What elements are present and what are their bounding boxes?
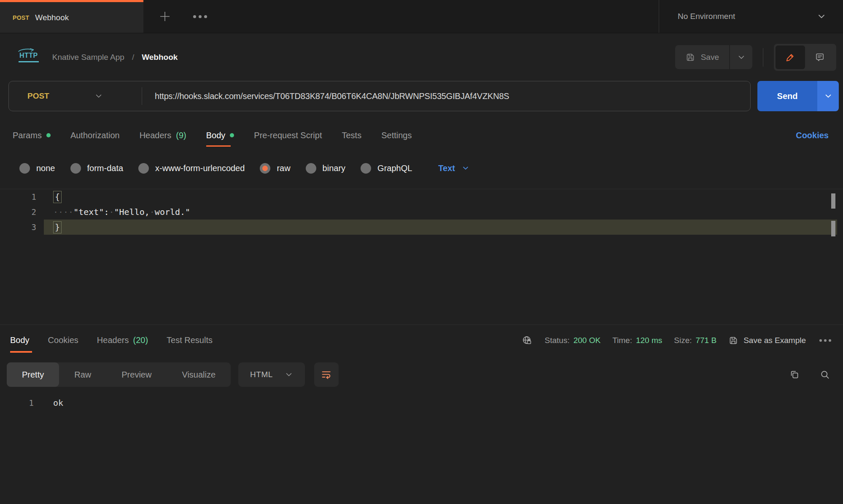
body-mode-options: none form-data x-www-form-urlencoded raw… bbox=[0, 158, 843, 179]
response-more-options-button[interactable] bbox=[819, 339, 831, 342]
request-body-editor[interactable]: 1 { 2 ····"text":·"Hello,·world." 3 } bbox=[0, 189, 843, 324]
pencil-icon bbox=[785, 52, 796, 63]
view-pretty[interactable]: Pretty bbox=[7, 362, 59, 387]
mode-raw[interactable]: raw bbox=[260, 163, 290, 174]
edit-request-button[interactable] bbox=[776, 46, 805, 69]
url-input-container: POST https://hooks.slack.com/services/T0… bbox=[8, 81, 751, 111]
view-preview[interactable]: Preview bbox=[106, 362, 167, 387]
tab-authorization[interactable]: Authorization bbox=[70, 131, 120, 140]
chevron-down-icon bbox=[94, 92, 103, 100]
breadcrumb-request-name[interactable]: Webhook bbox=[142, 53, 178, 62]
request-section-tabs: Params Authorization Headers(9) Body Pre… bbox=[0, 126, 843, 145]
editor-line-current: 3 } bbox=[0, 220, 843, 235]
radio-icon[interactable] bbox=[361, 163, 371, 174]
radio-icon[interactable] bbox=[306, 163, 316, 174]
request-tab-bar: POST Webhook No Environment bbox=[0, 0, 843, 33]
editor-line: 1 { bbox=[0, 189, 843, 204]
breadcrumb-collection[interactable]: Knative Sample App bbox=[52, 53, 124, 62]
tab-tests[interactable]: Tests bbox=[342, 131, 361, 140]
search-icon bbox=[819, 369, 830, 380]
url-bar-row: POST https://hooks.slack.com/services/T0… bbox=[0, 81, 843, 111]
tab-params[interactable]: Params bbox=[13, 131, 51, 140]
response-tab-test-results[interactable]: Test Results bbox=[167, 335, 213, 345]
editor-scrollbar-mark[interactable] bbox=[831, 221, 835, 236]
wrap-text-icon bbox=[321, 369, 332, 381]
tab-body[interactable]: Body bbox=[206, 131, 234, 140]
size-value: 771 B bbox=[695, 336, 716, 345]
line-number: 3 bbox=[0, 223, 36, 232]
tab-more-options-button[interactable] bbox=[193, 15, 207, 18]
postman-window: POST Webhook No Environment HTTP Knative… bbox=[0, 0, 843, 504]
modified-dot bbox=[46, 133, 51, 137]
response-meta: Status: 200 OK Time: 120 ms Size: 771 B … bbox=[521, 335, 831, 346]
line-number: 2 bbox=[0, 207, 36, 217]
send-button-group: Send bbox=[757, 81, 839, 111]
view-raw[interactable]: Raw bbox=[59, 362, 106, 387]
chevron-down-icon bbox=[737, 53, 746, 62]
radio-icon[interactable] bbox=[19, 163, 30, 174]
response-format-dropdown[interactable]: HTML bbox=[238, 362, 305, 387]
new-tab-button[interactable] bbox=[159, 10, 171, 23]
comment-icon bbox=[814, 52, 825, 63]
save-as-example-button[interactable]: Save as Example bbox=[728, 335, 806, 346]
tab-settings[interactable]: Settings bbox=[381, 131, 412, 140]
modified-dot bbox=[230, 133, 234, 137]
cookies-link[interactable]: Cookies bbox=[796, 131, 829, 140]
editor-line: 2 ····"text":·"Hello,·world." bbox=[0, 204, 843, 220]
mode-graphql[interactable]: GraphQL bbox=[361, 163, 412, 174]
save-button[interactable]: Save bbox=[675, 45, 729, 69]
matched-brace: } bbox=[53, 221, 62, 233]
save-options-button[interactable] bbox=[730, 45, 752, 69]
method-label: POST bbox=[27, 91, 49, 101]
chevron-down-icon bbox=[817, 12, 826, 21]
tab-headers[interactable]: Headers(9) bbox=[140, 131, 186, 140]
tab-method-label: POST bbox=[13, 14, 29, 21]
plus-icon bbox=[159, 10, 171, 23]
response-tab-headers[interactable]: Headers(20) bbox=[97, 335, 148, 345]
chevron-down-icon bbox=[824, 92, 832, 100]
url-input[interactable]: https://hooks.slack.com/services/T06TD83… bbox=[142, 91, 509, 101]
save-icon bbox=[685, 52, 695, 62]
response-tab-cookies[interactable]: Cookies bbox=[48, 335, 78, 345]
response-size: Size: 771 B bbox=[674, 336, 716, 345]
response-tab-body[interactable]: Body bbox=[10, 335, 30, 345]
network-info-icon[interactable] bbox=[521, 335, 533, 346]
radio-icon[interactable] bbox=[70, 163, 81, 174]
response-section: Body Cookies Headers(20) Test Results St… bbox=[0, 324, 843, 408]
response-status: Status: 200 OK bbox=[545, 336, 601, 345]
tab-title: Webhook bbox=[35, 13, 69, 22]
response-body-text: ok bbox=[53, 398, 63, 408]
copy-icon bbox=[789, 369, 800, 380]
editor-scrollbar-mark[interactable] bbox=[831, 193, 835, 209]
view-visualize[interactable]: Visualize bbox=[167, 362, 231, 387]
method-dropdown[interactable]: POST bbox=[9, 91, 142, 101]
mode-none[interactable]: none bbox=[19, 163, 55, 174]
raw-language-dropdown[interactable]: Text bbox=[438, 164, 469, 173]
response-headers-count: (20) bbox=[133, 335, 148, 345]
chevron-down-icon bbox=[285, 370, 293, 379]
search-response-button[interactable] bbox=[819, 369, 830, 380]
request-tab-webhook[interactable]: POST Webhook bbox=[0, 0, 143, 33]
tab-pre-request-script[interactable]: Pre-request Script bbox=[254, 131, 322, 140]
environment-label: No Environment bbox=[678, 12, 735, 21]
mode-binary[interactable]: binary bbox=[306, 163, 345, 174]
response-body-actions bbox=[789, 369, 830, 380]
send-options-button[interactable] bbox=[817, 81, 839, 111]
mode-x-www-form-urlencoded[interactable]: x-www-form-urlencoded bbox=[138, 163, 245, 174]
mode-form-data[interactable]: form-data bbox=[70, 163, 124, 174]
save-label: Save bbox=[701, 53, 719, 62]
divider bbox=[763, 48, 763, 67]
response-line-number: 1 bbox=[0, 398, 34, 407]
response-body-viewer[interactable]: 1 ok bbox=[0, 398, 843, 408]
edit-comment-toggle bbox=[774, 44, 836, 71]
send-button[interactable]: Send bbox=[757, 81, 817, 111]
radio-selected-icon[interactable] bbox=[260, 163, 270, 174]
comment-button[interactable] bbox=[805, 46, 835, 69]
breadcrumb-separator: / bbox=[132, 53, 134, 62]
response-toolbar: Pretty Raw Preview Visualize HTML bbox=[0, 362, 843, 387]
wrap-lines-button[interactable] bbox=[314, 362, 339, 387]
response-view-switcher: Pretty Raw Preview Visualize bbox=[7, 362, 231, 387]
radio-icon[interactable] bbox=[138, 163, 149, 174]
copy-response-button[interactable] bbox=[789, 369, 800, 380]
environment-selector[interactable]: No Environment bbox=[659, 0, 843, 33]
